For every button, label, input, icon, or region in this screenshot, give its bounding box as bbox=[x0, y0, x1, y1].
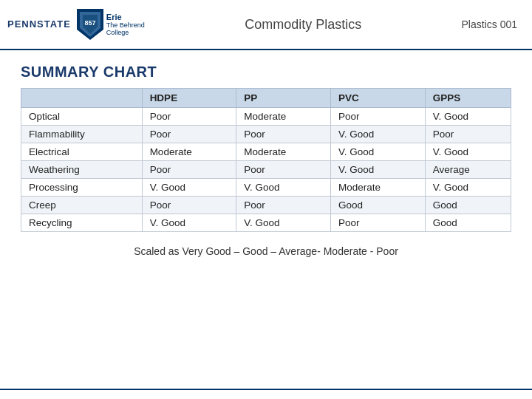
summary-table: HDPE PP PVC GPPS OpticalPoorModeratePoor… bbox=[21, 88, 511, 232]
svg-text:857: 857 bbox=[84, 19, 95, 27]
pennstate-logo: PENNSTATE bbox=[7, 19, 71, 30]
cell-pvc: Poor bbox=[331, 108, 426, 126]
cell-pp: Moderate bbox=[236, 143, 331, 161]
cell-gpps: Good bbox=[425, 197, 511, 214]
scaled-note: Scaled as Very Good – Good – Average- Mo… bbox=[21, 245, 511, 257]
cell-pvc: V. Good bbox=[331, 126, 426, 143]
footer-line bbox=[0, 389, 532, 390]
header: PENNSTATE 857 Erie The Behrend College C… bbox=[0, 0, 532, 50]
cell-pp: V. Good bbox=[236, 214, 331, 232]
cell-pvc: V. Good bbox=[331, 161, 426, 179]
cell-pvc: Moderate bbox=[331, 179, 426, 197]
table-header-row: HDPE PP PVC GPPS bbox=[21, 89, 511, 108]
main-content: SUMMARY CHART HDPE PP PVC GPPS OpticalPo… bbox=[0, 50, 532, 265]
header-title: Commodity Plastics bbox=[145, 17, 462, 33]
college-label: College bbox=[106, 29, 145, 36]
cell-gpps: Good bbox=[425, 214, 511, 232]
col-header-pp: PP bbox=[236, 89, 331, 108]
cell-hdpe: Poor bbox=[142, 197, 236, 214]
cell-property: Weathering bbox=[21, 161, 143, 179]
pennstate-text: PENNSTATE bbox=[7, 19, 71, 30]
col-header-gpps: GPPS bbox=[425, 89, 511, 108]
cell-hdpe: Poor bbox=[142, 126, 236, 143]
cell-pvc: Poor bbox=[331, 214, 426, 232]
table-row: CreepPoorPoorGoodGood bbox=[21, 197, 511, 214]
cell-pvc: V. Good bbox=[331, 143, 426, 161]
cell-gpps: Average bbox=[425, 161, 511, 179]
cell-pp: V. Good bbox=[236, 179, 331, 197]
behrend-badge: 857 Erie The Behrend College bbox=[77, 9, 145, 40]
cell-gpps: V. Good bbox=[425, 143, 511, 161]
cell-property: Flammability bbox=[21, 126, 143, 143]
shield-icon: 857 bbox=[77, 9, 103, 40]
cell-hdpe: Poor bbox=[142, 108, 236, 126]
col-header-property bbox=[21, 89, 143, 108]
cell-gpps: Poor bbox=[425, 126, 511, 143]
cell-pvc: Good bbox=[331, 197, 426, 214]
header-course: Plastics 001 bbox=[462, 18, 517, 30]
cell-hdpe: Poor bbox=[142, 161, 236, 179]
table-row: RecyclingV. GoodV. GoodPoorGood bbox=[21, 214, 511, 232]
cell-property: Electrical bbox=[21, 143, 143, 161]
col-header-hdpe: HDPE bbox=[142, 89, 236, 108]
table-row: ElectricalModerateModerateV. GoodV. Good bbox=[21, 143, 511, 161]
cell-property: Processing bbox=[21, 179, 143, 197]
logo-area: PENNSTATE 857 Erie The Behrend College bbox=[7, 9, 145, 40]
cell-pp: Poor bbox=[236, 126, 331, 143]
table-row: WeatheringPoorPoorV. GoodAverage bbox=[21, 161, 511, 179]
cell-hdpe: Moderate bbox=[142, 143, 236, 161]
col-header-pvc: PVC bbox=[331, 89, 426, 108]
cell-gpps: V. Good bbox=[425, 108, 511, 126]
cell-pp: Moderate bbox=[236, 108, 331, 126]
table-row: ProcessingV. GoodV. GoodModerateV. Good bbox=[21, 179, 511, 197]
erie-text-group: Erie The Behrend College bbox=[106, 13, 145, 36]
cell-pp: Poor bbox=[236, 197, 331, 214]
cell-hdpe: V. Good bbox=[142, 214, 236, 232]
cell-property: Recycling bbox=[21, 214, 143, 232]
erie-label: Erie bbox=[106, 13, 145, 21]
table-row: OpticalPoorModeratePoorV. Good bbox=[21, 108, 511, 126]
cell-pp: Poor bbox=[236, 161, 331, 179]
cell-property: Optical bbox=[21, 108, 143, 126]
table-row: FlammabilityPoorPoorV. GoodPoor bbox=[21, 126, 511, 143]
cell-gpps: V. Good bbox=[425, 179, 511, 197]
behrend-label: The Behrend bbox=[106, 21, 145, 29]
cell-hdpe: V. Good bbox=[142, 179, 236, 197]
summary-heading: SUMMARY CHART bbox=[21, 64, 511, 81]
cell-property: Creep bbox=[21, 197, 143, 214]
